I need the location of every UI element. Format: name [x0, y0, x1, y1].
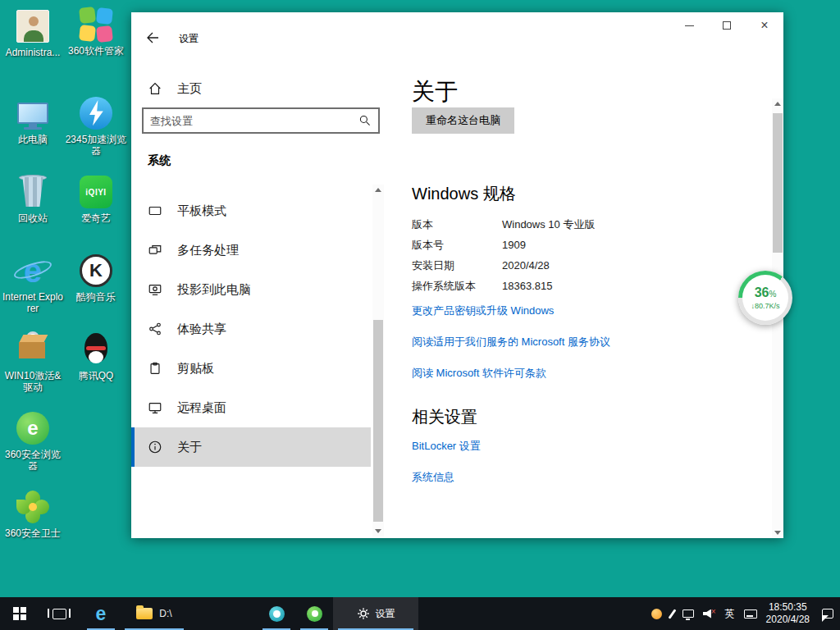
taskbar-clock[interactable]: 18:50:35 2020/4/28 — [766, 601, 810, 626]
desktop-icon-this-pc[interactable]: 此电脑 — [2, 95, 64, 145]
services-agreement-link[interactable]: 阅读适用于我们服务的 Microsoft 服务协议 — [412, 335, 610, 349]
desktop-icon-360-secure-browser[interactable]: e 360安全浏览器 — [2, 410, 64, 472]
360-tray-icon[interactable] — [651, 609, 662, 619]
sidebar-item-multitasking[interactable]: 多任务处理 — [131, 231, 371, 270]
windows-logo-icon — [13, 607, 26, 620]
taskbar-360-browser-button[interactable] — [295, 597, 333, 630]
rename-pc-button[interactable]: 重命名这台电脑 — [412, 107, 514, 134]
taskbar-ie-button[interactable]: e — [82, 597, 120, 630]
sidebar-item-projecting[interactable]: 投影到此电脑 — [131, 270, 371, 309]
back-button[interactable] — [138, 25, 167, 50]
network-tray-icon[interactable] — [682, 609, 694, 618]
taskbar-explorer-button[interactable]: D:\ — [120, 597, 189, 630]
desktop-icon-label: 爱奇艺 — [65, 212, 127, 224]
scroll-down-icon[interactable] — [375, 529, 381, 533]
360-manager-icon — [78, 7, 114, 43]
iqiyi-icon: iQIYI — [78, 174, 114, 210]
desktop-icon-label: 360软件管家 — [65, 45, 127, 57]
scroll-up-icon[interactable] — [375, 188, 381, 192]
spec-row: 操作系统版本 18363.815 — [412, 276, 595, 296]
spec-value: 18363.815 — [502, 280, 552, 292]
scroll-down-icon[interactable] — [774, 531, 781, 535]
desktop-icon-qq[interactable]: 腾讯QQ — [65, 331, 127, 381]
sidebar-home-label: 主页 — [177, 81, 202, 97]
spec-label: 安装日期 — [412, 258, 502, 273]
system-info-link[interactable]: 系统信息 — [412, 470, 454, 485]
sidebar-scrollbar[interactable] — [372, 185, 384, 536]
desktop-icon-label: 回收站 — [2, 212, 64, 224]
sidebar-section-title: 系统 — [148, 153, 171, 168]
search-box[interactable] — [142, 107, 380, 134]
sidebar-item-clipboard[interactable]: 剪贴板 — [131, 349, 371, 388]
sidebar-item-tablet-mode[interactable]: 平板模式 — [131, 191, 371, 231]
percent-value: 36 — [755, 285, 769, 299]
desktop-icon-label: 360安全卫士 — [2, 527, 64, 539]
sidebar-item-shared-experiences[interactable]: 体验共享 — [131, 309, 371, 349]
task-view-button[interactable] — [39, 597, 79, 630]
desktop-icon-360-software-manager[interactable]: 360软件管家 — [65, 7, 127, 57]
task-view-icon — [52, 609, 66, 619]
volume-muted-tray-icon[interactable]: × — [703, 609, 716, 619]
desktop-icon-administrator[interactable]: Administra... — [2, 8, 64, 58]
start-button[interactable] — [0, 597, 39, 630]
360-safeguard-icon — [15, 489, 51, 525]
touch-keyboard-tray-icon[interactable] — [744, 609, 757, 619]
iqiyi-wordmark: iQIYI — [85, 188, 106, 197]
sidebar-item-remote-desktop[interactable]: 远程桌面 — [131, 388, 371, 427]
sidebar-item-label: 多任务处理 — [177, 243, 239, 258]
desktop-icon-label: 酷狗音乐 — [65, 291, 127, 303]
titlebar: 设置 × — [131, 12, 783, 62]
scrollbar-thumb[interactable] — [373, 320, 383, 522]
desktop-icon-win10-activate[interactable]: WIN10激活&驱动 — [2, 331, 64, 393]
selected-accent-bar — [131, 427, 135, 467]
spec-table: 版本 Windows 10 专业版 版本号 1909 安装日期 2020/4/2… — [412, 214, 595, 296]
bitlocker-settings-link[interactable]: BitLocker 设置 — [412, 439, 481, 454]
system-tray: × 英 18:50:35 2020/4/28 — [651, 597, 840, 630]
desktop-icon-360-safeguard[interactable]: 360安全卫士 — [2, 489, 64, 539]
close-button[interactable]: × — [746, 12, 783, 39]
taskbar-settings-button[interactable]: 设置 — [333, 597, 418, 630]
desktop-icon-kugou[interactable]: K 酷狗音乐 — [65, 253, 127, 303]
projecting-icon — [148, 282, 164, 297]
kugou-letter: K — [89, 260, 103, 281]
minimize-button[interactable] — [670, 12, 708, 39]
about-icon — [148, 440, 164, 454]
minimize-icon — [685, 25, 694, 26]
taskbar-2345-button[interactable] — [258, 597, 295, 630]
spec-value: Windows 10 专业版 — [502, 217, 595, 232]
sidebar-item-label: 关于 — [177, 440, 202, 455]
spec-value: 2020/4/28 — [502, 259, 550, 272]
2345-app-icon — [269, 606, 285, 622]
mute-x-icon: × — [711, 607, 716, 616]
scroll-up-icon[interactable] — [774, 102, 781, 106]
administrator-icon — [15, 8, 51, 44]
sidebar-item-about[interactable]: 关于 — [131, 427, 371, 467]
explorer-path-label: D:\ — [159, 608, 171, 619]
search-icon — [358, 114, 372, 127]
spec-value: 1909 — [502, 239, 526, 251]
folder-icon — [136, 608, 153, 619]
action-center-icon[interactable] — [822, 609, 833, 619]
speed-ball-face: 36% ↓80.7K/s — [742, 275, 788, 321]
recycle-bin-icon — [15, 174, 51, 210]
page-title: 关于 — [412, 76, 458, 107]
360-speed-ball[interactable]: 36% ↓80.7K/s — [738, 271, 792, 325]
license-terms-link[interactable]: 阅读 Microsoft 软件许可条款 — [412, 366, 546, 381]
spec-label: 操作系统版本 — [412, 279, 502, 294]
desktop-icon-recycle-bin[interactable]: 回收站 — [2, 174, 64, 224]
desktop-icon-iqiyi[interactable]: iQIYI 爱奇艺 — [65, 174, 127, 224]
pen-input-tray-icon[interactable] — [671, 609, 673, 619]
language-indicator[interactable]: 英 — [725, 607, 735, 621]
maximize-button[interactable] — [708, 12, 746, 39]
back-arrow-icon — [144, 30, 161, 46]
sidebar-item-home[interactable]: 主页 — [131, 73, 371, 104]
desktop-icon-label: 此电脑 — [2, 134, 64, 145]
sidebar-item-label: 投影到此电脑 — [177, 282, 251, 298]
ie-icon: e — [15, 253, 51, 289]
scrollbar-thumb[interactable] — [773, 113, 783, 253]
search-input[interactable] — [144, 115, 358, 127]
change-product-key-link[interactable]: 更改产品密钥或升级 Windows — [412, 304, 554, 318]
spec-row: 版本号 1909 — [412, 235, 595, 255]
desktop-icon-2345-browser[interactable]: 2345加速浏览器 — [65, 95, 127, 157]
desktop-icon-internet-explorer[interactable]: e Internet Explorer — [2, 253, 64, 314]
